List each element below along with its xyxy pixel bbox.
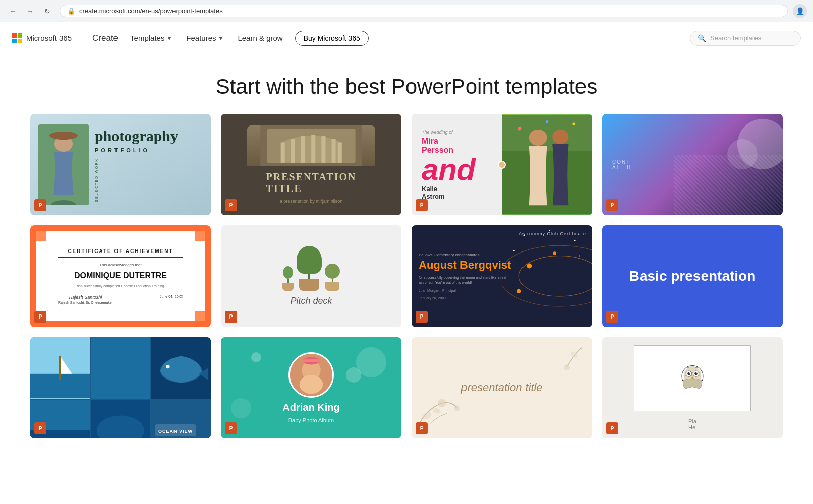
- template-card-presentation[interactable]: PRESENTATIONTITLE a presentation by mirj…: [221, 114, 401, 215]
- presentation-title-text: PRESENTATIONTITLE: [266, 171, 357, 195]
- template-card-floral[interactable]: presentation title P: [412, 337, 592, 438]
- ppt-badge-baby: P: [225, 422, 237, 434]
- astronomy-subtitle: Bellows Elementary congratulates: [419, 253, 480, 257]
- card-inner-floral: presentation title P: [412, 337, 592, 438]
- presentation-arch: [247, 125, 375, 166]
- buy-microsoft-button[interactable]: Buy Microsoft 365: [295, 31, 369, 46]
- pot1: [282, 266, 294, 291]
- nav-learn-grow[interactable]: Learn & grow: [236, 32, 284, 44]
- astronomy-name: August Bergqvist: [419, 259, 511, 271]
- svg-point-18: [573, 122, 575, 125]
- ocean-view-label: OCEAN VIEW: [158, 429, 193, 434]
- basic-bg: Basic presentation: [602, 225, 783, 327]
- nav-features[interactable]: Features ▼: [184, 32, 225, 44]
- plant-stem-2: [308, 274, 310, 279]
- card-inner-basic: Basic presentation P: [602, 225, 783, 327]
- template-card-cont[interactable]: CONT ALL-H P: [602, 114, 783, 215]
- card-inner-photography: photography PORTFOLIO SELECTED WORK P: [30, 114, 211, 215]
- template-card-pitch[interactable]: Pitch deck P: [221, 225, 401, 327]
- svg-rect-10: [321, 136, 325, 163]
- photography-main-text: photography: [95, 128, 178, 144]
- ppt-badge-floral: P: [416, 422, 428, 434]
- plant-leaves-1: [283, 266, 293, 279]
- profile-icon: 👤: [796, 7, 804, 15]
- template-card-bird[interactable]: PlaHe P: [602, 337, 783, 438]
- template-card-astronomy[interactable]: Astronomy Club Certificate Bellows Eleme…: [412, 225, 592, 327]
- bubble-3: [231, 398, 251, 418]
- bird-bg: PlaHe: [602, 337, 783, 438]
- cert-body1: This acknowledges that: [99, 263, 142, 267]
- pitch-bg: Pitch deck: [221, 225, 401, 327]
- hero-section: Start with the best PowerPoint templates: [0, 54, 813, 114]
- photography-portfolio-text: PORTFOLIO: [95, 147, 178, 153]
- floral-presentation-title: presentation title: [461, 381, 542, 394]
- ppt-badge-ocean: P: [34, 422, 46, 434]
- ms365-logo[interactable]: Microsoft 365: [12, 33, 72, 43]
- plant-leaves-3: [325, 264, 340, 279]
- svg-point-46: [438, 399, 446, 407]
- svg-point-26: [574, 240, 575, 241]
- baby-name: Adrian King: [282, 402, 339, 413]
- photography-figure: [38, 124, 89, 205]
- svg-rect-7: [291, 139, 295, 163]
- astronomy-date: January 20, 20XX: [419, 296, 447, 300]
- svg-point-48: [421, 411, 432, 421]
- svg-rect-33: [59, 356, 61, 380]
- svg-point-25: [524, 235, 525, 236]
- template-card-basic[interactable]: Basic presentation P: [602, 225, 783, 327]
- forward-button[interactable]: →: [23, 4, 37, 18]
- ms365-squares-icon: [12, 33, 22, 43]
- card-inner-ocean: OCEAN VIEW P: [30, 337, 211, 438]
- template-grid: photography PORTFOLIO SELECTED WORK P: [30, 114, 783, 438]
- cert-corner-br: [195, 311, 205, 321]
- profile-button[interactable]: 👤: [793, 4, 807, 18]
- svg-point-21: [502, 246, 592, 307]
- svg-point-36: [166, 365, 170, 368]
- svg-point-45: [300, 375, 323, 394]
- address-bar[interactable]: 🔒 create.microsoft.com/en-us/powerpoint-…: [60, 5, 788, 17]
- nav-templates-label: Templates: [130, 34, 164, 42]
- bird-plan-label: PlaHe: [688, 418, 696, 430]
- card-inner-astronomy: Astronomy Club Certificate Bellows Eleme…: [412, 225, 592, 327]
- svg-rect-8: [301, 136, 305, 163]
- svg-point-59: [696, 373, 697, 374]
- certificate-name: DOMINIQUE DUTERTRE: [74, 271, 167, 280]
- search-placeholder: Search templates: [710, 34, 761, 42]
- svg-point-58: [689, 373, 690, 374]
- photography-selected-text: SELECTED WORK: [95, 158, 98, 202]
- svg-point-27: [549, 230, 550, 231]
- template-card-baby[interactable]: Adrian King Baby Photo Album P: [221, 337, 401, 438]
- create-text: Create: [92, 33, 118, 43]
- template-card-ocean[interactable]: OCEAN VIEW P: [30, 337, 211, 438]
- ocean-cell-5: [91, 400, 150, 438]
- refresh-button[interactable]: ↻: [40, 4, 54, 18]
- svg-point-28: [579, 256, 580, 257]
- ocean-bg: OCEAN VIEW: [30, 337, 211, 438]
- card-inner-presentation: PRESENTATIONTITLE a presentation by mirj…: [221, 114, 401, 215]
- templates-chevron-down-icon: ▼: [166, 35, 172, 41]
- nav-templates[interactable]: Templates ▼: [128, 32, 174, 44]
- pitch-plants: [282, 246, 340, 291]
- astronomy-signer: Juan Morgan - Principal: [419, 289, 456, 292]
- cert-corner-tl: [36, 231, 46, 241]
- search-box[interactable]: 🔍 Search templates: [690, 31, 801, 46]
- cert-body2: has successfully completed Cheese Produc…: [77, 284, 164, 288]
- floral-deco-top-svg: [547, 342, 587, 377]
- ppt-badge-astronomy: P: [416, 311, 428, 323]
- baby-album-text: Baby Photo Album: [288, 417, 334, 423]
- floral-bg: presentation title: [412, 337, 592, 438]
- url-text: create.microsoft.com/en-us/powerpoint-te…: [79, 7, 223, 15]
- ocean-cell-2: [91, 337, 150, 399]
- pot-body-3: [325, 282, 339, 291]
- template-card-certificate[interactable]: CERTIFICATE OF ACHIEVEMENT This acknowle…: [30, 225, 211, 327]
- browser-chrome: ← → ↻ 🔒 create.microsoft.com/en-us/power…: [0, 0, 813, 22]
- cert-divider: [58, 257, 183, 258]
- back-button[interactable]: ←: [6, 4, 20, 18]
- pitch-label: Pitch deck: [290, 296, 332, 306]
- pot2: [297, 246, 322, 291]
- wedding-right-photo: [502, 114, 592, 215]
- wedding-name2: KalleAstrom: [422, 185, 492, 200]
- template-card-wedding[interactable]: The wedding of MiraPersson and KalleAstr…: [412, 114, 592, 215]
- template-card-photography[interactable]: photography PORTFOLIO SELECTED WORK P: [30, 114, 211, 215]
- svg-point-16: [552, 130, 568, 144]
